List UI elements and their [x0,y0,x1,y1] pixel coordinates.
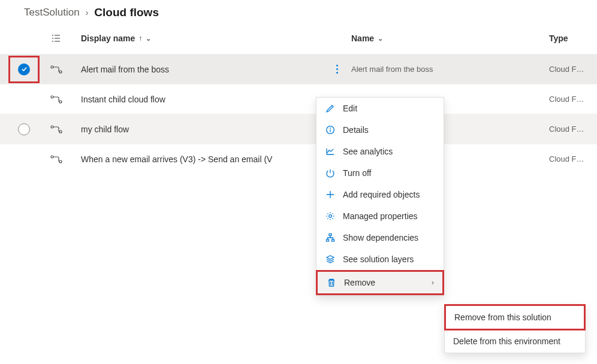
layers-icon [325,254,336,264]
display-name[interactable]: When a new email arrives (V3) -> Send an… [81,154,272,164]
chevron-down-icon: ⌄ [146,35,151,43]
svg-point-18 [330,128,331,129]
column-display-name[interactable]: Display name ↑ ⌄ [81,34,316,43]
menu-item-dependencies[interactable]: Show dependencies [316,227,444,248]
submenu-remove: Remove from this solution Delete from th… [444,304,586,353]
table-row[interactable]: Instant child cloud flow Cloud F… [0,84,597,114]
info-icon [325,125,336,135]
breadcrumb: TestSolution › Cloud flows [0,0,597,23]
type-value: Cloud F… [549,65,584,74]
row-checkbox[interactable] [18,123,30,135]
svg-point-12 [59,101,62,103]
submenu-delete-from-env[interactable]: Delete from this environment [445,330,585,353]
context-menu: Edit Details See analytics Turn off Add … [316,97,444,296]
sort-ascending-icon: ↑ [138,34,142,43]
flow-icon [50,65,62,74]
type-value: Cloud F… [549,125,584,134]
row-checkbox-checked[interactable] [18,63,30,75]
flow-icon [50,95,62,104]
breadcrumb-parent[interactable]: TestSolution [24,7,80,19]
table-row[interactable]: Alert mail from the boss Alert mail from… [0,54,597,84]
kebab-menu-icon[interactable] [333,61,342,77]
name-value: Alert mail from the boss [351,65,433,74]
highlight-box: Remove › [316,270,444,295]
svg-point-7 [52,38,53,39]
display-name[interactable]: Alert mail from the boss [81,65,169,74]
svg-point-13 [51,126,53,128]
menu-item-edit[interactable]: Edit [316,98,444,119]
table-row[interactable]: When a new email arrives (V3) -> Send an… [0,144,597,174]
menu-item-solution-layers[interactable]: See solution layers [316,248,444,270]
type-value: Cloud F… [549,154,584,163]
menu-item-remove[interactable]: Remove › [318,272,442,293]
highlight-box [8,56,40,83]
menu-item-managed[interactable]: Managed properties [316,205,444,227]
column-name[interactable]: Name ⌄ [351,34,549,43]
list-view-icon[interactable] [50,34,62,43]
svg-point-10 [59,71,62,73]
chevron-down-icon: ⌄ [378,35,383,43]
svg-point-8 [52,41,53,42]
flow-icon [50,155,62,163]
svg-point-11 [51,96,53,98]
chevron-right-icon: › [432,278,434,287]
table-header: Display name ↑ ⌄ Name ⌄ Type [0,23,597,54]
svg-point-14 [59,131,62,133]
display-name[interactable]: my child flow [81,125,129,134]
menu-item-details[interactable]: Details [316,119,444,141]
chevron-right-icon: › [86,8,89,17]
trash-icon [326,278,337,287]
svg-point-6 [52,35,53,36]
power-icon [325,168,336,178]
svg-point-20 [329,215,332,218]
menu-item-add-required[interactable]: Add required objects [316,184,444,205]
submenu-remove-from-solution[interactable]: Remove from this solution [444,304,586,330]
pencil-icon [325,104,336,113]
svg-point-15 [51,156,53,158]
flows-table: Display name ↑ ⌄ Name ⌄ Type [0,23,597,174]
hierarchy-icon [325,233,336,242]
table-row[interactable]: my child flow Cloud F… [0,114,597,144]
gear-icon [325,211,336,221]
svg-point-16 [59,160,62,163]
svg-rect-23 [332,239,334,241]
display-name[interactable]: Instant child cloud flow [81,95,165,104]
column-type[interactable]: Type [549,34,597,43]
plus-icon [325,190,336,199]
svg-rect-22 [327,239,329,241]
svg-point-9 [51,66,53,68]
breadcrumb-current: Cloud flows [94,6,159,19]
flow-icon [50,125,62,134]
chart-icon [325,147,336,156]
menu-item-analytics[interactable]: See analytics [316,141,444,162]
type-value: Cloud F… [549,95,584,104]
menu-item-turnoff[interactable]: Turn off [316,162,444,184]
svg-rect-21 [329,234,331,236]
